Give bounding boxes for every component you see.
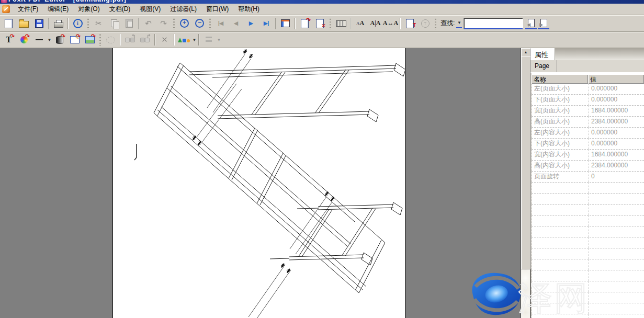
- property-row[interactable]: 宽(内容大小)1684.000000: [532, 150, 644, 161]
- vertical-scrollbar[interactable]: ▲: [521, 48, 530, 318]
- last-page-button[interactable]: ▶|: [259, 17, 273, 30]
- find-next-button[interactable]: ▶: [538, 17, 549, 29]
- property-row[interactable]: 下(页面大小)0.000000: [532, 95, 644, 106]
- separator: [67, 18, 69, 29]
- toolbar-grip[interactable]: [330, 18, 331, 29]
- copy-button[interactable]: [107, 17, 121, 30]
- line-dropdown-button[interactable]: ▼: [47, 38, 52, 42]
- delete-page-button[interactable]: ✕: [313, 17, 327, 30]
- scrollbar-thumb[interactable]: [521, 56, 530, 269]
- replace-font-button[interactable]: AA: [353, 17, 367, 30]
- property-row-empty: [532, 194, 644, 205]
- font-match-icon: A|A: [370, 19, 381, 27]
- menu-object[interactable]: 对象(O): [73, 4, 104, 15]
- property-row-empty: [532, 248, 644, 259]
- page-tab[interactable]: Page: [530, 60, 557, 72]
- property-row[interactable]: 页面旋转0: [532, 172, 644, 183]
- find-input[interactable]: [464, 18, 523, 29]
- align-objects-button[interactable]: [201, 33, 216, 47]
- menu-help[interactable]: 帮助(H): [233, 4, 264, 15]
- separator: [154, 34, 155, 46]
- edit-object-button[interactable]: [104, 33, 118, 47]
- bring-to-front-button[interactable]: ↰: [123, 33, 137, 47]
- keyboard-icon: [336, 20, 346, 27]
- add-line-button[interactable]: [32, 33, 46, 47]
- main-toolbar: i ✂ ↶ ↷ + − |◀ ◀ ▶ ▶| ↷ ✕ AA A|A A↔A T T…: [0, 15, 644, 32]
- property-row[interactable]: 高(内容大小)2384.000000: [532, 161, 644, 172]
- cut-icon: ✂: [95, 19, 102, 28]
- align-dropdown-button[interactable]: ▼: [217, 38, 221, 42]
- properties-rows: 左(页面大小)0.000000下(页面大小)0.000000宽(页面大小)168…: [532, 84, 644, 318]
- property-row[interactable]: 左(页面大小)0.000000: [532, 84, 644, 95]
- rotate-arrow-icon: ↷: [306, 17, 311, 24]
- property-row[interactable]: 左(内容大小)0.000000: [532, 128, 644, 139]
- previous-page-button[interactable]: ◀: [229, 17, 243, 30]
- menu-document[interactable]: 文档(D): [105, 4, 135, 15]
- menu-window[interactable]: 窗口(W): [201, 4, 233, 15]
- property-row-empty: [532, 237, 644, 248]
- column-header-name[interactable]: 名称: [532, 74, 588, 84]
- property-row-empty: [532, 215, 644, 226]
- find-previous-button[interactable]: ◀: [525, 17, 537, 29]
- open-file-button[interactable]: [17, 17, 31, 30]
- text-spacing-button[interactable]: A↔A: [383, 17, 398, 30]
- print-button[interactable]: [51, 17, 65, 30]
- first-page-icon: |◀: [218, 20, 223, 27]
- toolbar-grip[interactable]: [209, 18, 211, 29]
- find-dropdown-button[interactable]: ▼: [456, 18, 462, 28]
- add-color-button[interactable]: ↷: [17, 33, 31, 47]
- menu-file[interactable]: 文件(F): [13, 4, 43, 15]
- toolbar-grip[interactable]: [173, 18, 175, 29]
- virtual-keyboard-button[interactable]: [334, 17, 348, 30]
- delete-x-icon: ✕: [321, 22, 326, 29]
- first-page-button[interactable]: |◀: [213, 17, 228, 30]
- add-shading-button[interactable]: ↷: [52, 33, 66, 47]
- last-page-icon: ▶|: [264, 20, 269, 27]
- page-setup-button[interactable]: [278, 17, 292, 30]
- toolbar-grip[interactable]: [435, 18, 436, 29]
- property-row-empty: [532, 226, 644, 237]
- undo-button[interactable]: ↶: [141, 17, 155, 30]
- toolbar-grip[interactable]: [99, 34, 101, 46]
- delete-object-button[interactable]: ✕: [157, 33, 172, 47]
- new-document-button[interactable]: [2, 17, 16, 30]
- add-shape-button[interactable]: [177, 33, 191, 47]
- property-row[interactable]: 宽(页面大小)1684.000000: [532, 106, 644, 117]
- menu-view[interactable]: 视图(V): [135, 4, 165, 15]
- next-page-button[interactable]: ▶: [244, 17, 258, 30]
- add-image-button[interactable]: ↷: [83, 33, 97, 47]
- menu-filter[interactable]: 过滤器(L): [165, 4, 201, 15]
- property-row-empty: [532, 270, 644, 281]
- add-text-object-button[interactable]: T: [403, 17, 417, 30]
- menu-edit[interactable]: 编辑(E): [43, 4, 73, 15]
- cut-button[interactable]: ✂: [92, 17, 106, 30]
- page-canvas[interactable]: [112, 48, 405, 318]
- red-arrow-icon: ↷: [25, 33, 30, 40]
- property-row[interactable]: 高(页面大小)2384.000000: [532, 117, 644, 128]
- document-info-button[interactable]: i: [71, 17, 85, 30]
- properties-tab[interactable]: 属性: [530, 48, 555, 60]
- paste-icon: [126, 19, 133, 28]
- property-row-empty: [532, 259, 644, 270]
- panel-title-filler: [555, 48, 644, 60]
- text-mode-button[interactable]: T: [418, 17, 432, 30]
- shapes-icon: [178, 38, 190, 42]
- edit-image-button[interactable]: ✎↷: [67, 33, 82, 47]
- text-spacing-icon: A↔A: [383, 19, 398, 27]
- zoom-in-button[interactable]: +: [177, 17, 191, 30]
- add-text-button[interactable]: T↷: [2, 33, 16, 47]
- property-row[interactable]: 下(内容大小)0.000000: [532, 139, 644, 150]
- shape-dropdown-button[interactable]: ▼: [192, 38, 197, 42]
- column-header-value[interactable]: 值: [588, 74, 644, 84]
- separator: [350, 18, 351, 29]
- paste-button[interactable]: [122, 17, 136, 30]
- zoom-out-button[interactable]: −: [193, 17, 207, 30]
- toolbar-grip[interactable]: [87, 18, 89, 29]
- match-font-button[interactable]: A|A: [368, 17, 382, 30]
- save-file-button[interactable]: [32, 17, 46, 30]
- red-arrow-icon: ↷: [10, 33, 15, 40]
- redo-button[interactable]: ↷: [156, 17, 171, 30]
- new-document-icon: [5, 19, 13, 28]
- send-to-back-button[interactable]: ↱: [138, 33, 152, 47]
- rotate-page-button[interactable]: ↷: [298, 17, 312, 30]
